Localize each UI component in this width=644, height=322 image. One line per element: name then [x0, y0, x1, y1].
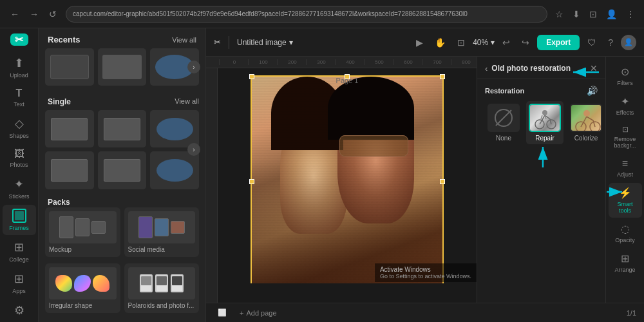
canvas-image	[252, 77, 442, 283]
tool-arrange[interactable]: ⊞ Arrange	[609, 249, 642, 277]
star-icon[interactable]: ☆	[553, 6, 566, 22]
single-view-all[interactable]: View all	[175, 97, 199, 105]
none-icon	[495, 109, 513, 127]
canvas-frame[interactable]	[251, 75, 444, 283]
main-toolbar: ✂ Untitled image ▾ ▶ ✋ ⊡ 40% ▾ ↩ ↪ Expor…	[206, 28, 644, 57]
tool-adjust[interactable]: ≡ Adjust	[609, 154, 642, 182]
play-button[interactable]: ▶	[412, 35, 427, 50]
single-thumb-3[interactable]	[150, 110, 199, 147]
sidebar-item-stickers[interactable]: ✦ Stickers	[3, 173, 36, 204]
image-title[interactable]: Untitled image ▾	[237, 38, 293, 47]
restoration-panel: ‹ Old photo restoration ✕ Restoration 🔊	[477, 57, 605, 303]
restoration-header: ‹ Old photo restoration ✕	[477, 57, 605, 79]
sidebar-item-label-shapes: Shapes	[9, 133, 29, 139]
handle-right-mid[interactable]	[440, 179, 445, 184]
sidebar-item-upload[interactable]: ⬆ Upload	[3, 52, 36, 82]
sidebar-item-label-upload: Upload	[10, 72, 28, 79]
tool-opacity[interactable]: ◌ Opacity	[609, 219, 642, 247]
help-icon[interactable]: ?	[604, 35, 617, 50]
filters-label: Filters	[617, 80, 633, 86]
browser-topbar: ← → ↺ capcut.com/editor-graphic/abd501f5…	[0, 0, 644, 28]
bottom-right: 1/1	[627, 309, 636, 317]
tool-smart-tools[interactable]: ⚡ Smart tools	[609, 183, 642, 218]
tool-filters[interactable]: ⊙ Filters	[609, 62, 642, 90]
sidebar-item-settings[interactable]: ⚙	[3, 299, 36, 321]
zoom-value: 40%	[473, 38, 488, 47]
arrange-label: Arrange	[614, 267, 635, 273]
adjust-label: Adjust	[617, 171, 633, 178]
restoration-option-none[interactable]: None	[485, 101, 522, 144]
undo-button[interactable]: ↩	[498, 35, 514, 50]
redo-button[interactable]: ↪	[518, 35, 533, 50]
download-icon[interactable]: ⬇	[570, 6, 583, 22]
single-thumb-2[interactable]	[98, 110, 147, 147]
menu-icon[interactable]: ⋮	[623, 6, 638, 22]
handle-left-mid[interactable]	[249, 179, 254, 184]
pack-social-media[interactable]: Social media	[124, 207, 200, 257]
recents-grid: ›	[45, 48, 199, 86]
pack-mockup[interactable]: Mockup	[45, 207, 120, 257]
extra-packs-grid: Irregular shape Polaroids a	[45, 263, 199, 313]
single-thumb-6[interactable]	[150, 151, 199, 189]
canvas-page-wrapper: Page 1 ⊠ ⊞ ⊡ •••	[251, 68, 444, 283]
volume-icon[interactable]: 🔊	[587, 86, 598, 96]
page-count: 1/1	[627, 309, 636, 317]
svg-point-2	[542, 110, 547, 115]
colorize-label: Colorize	[574, 135, 598, 142]
sidebar-item-label-frames: Frames	[9, 225, 29, 231]
single-section: Single View all	[39, 92, 205, 195]
shapes-icon: ◇	[15, 117, 24, 131]
select-tool-button[interactable]: ⊡	[453, 35, 469, 50]
back-button[interactable]: ←	[6, 6, 23, 22]
panel-back-button[interactable]: ‹	[485, 64, 488, 73]
frames-panel: Recents View all › Single View all	[39, 28, 206, 322]
add-icon: +	[240, 309, 243, 317]
sidebar-item-photos[interactable]: 🖼 Photos	[3, 144, 36, 172]
irregular-thumb	[49, 267, 117, 299]
sidebar-item-text[interactable]: T Text	[3, 84, 36, 111]
sidebar-item-label-apps: Apps	[12, 288, 26, 294]
pack-irregular[interactable]: Irregular shape	[45, 263, 120, 313]
single-thumb-1[interactable]	[45, 110, 94, 147]
sidebar-item-label-college: College	[9, 256, 29, 263]
export-button[interactable]: Export	[537, 35, 580, 50]
remove-bg-label: Remove backgr...	[611, 136, 639, 149]
tool-effects[interactable]: ✦ Effects	[609, 91, 642, 120]
ruler-marks: 0 100 200 300 400 500 600 700 800 900 10…	[206, 59, 477, 65]
recent-thumb-2[interactable]	[98, 48, 147, 86]
repair-thumb	[529, 104, 561, 132]
hand-tool-button[interactable]: ✋	[431, 35, 450, 50]
window-icon[interactable]: ⊡	[587, 6, 600, 22]
pack-polaroid[interactable]: Polaroids and photo f...	[124, 263, 200, 313]
page-icon-button[interactable]: ⬜	[214, 307, 231, 318]
sidebar-item-college[interactable]: ⊞ College	[3, 236, 36, 267]
single-scroll-arrow[interactable]: ›	[187, 143, 200, 156]
sidebar-item-frames[interactable]: Frames	[3, 205, 36, 235]
forward-button[interactable]: →	[26, 6, 43, 22]
app-logo: ✂	[10, 33, 28, 46]
refresh-button[interactable]: ↺	[45, 6, 61, 22]
user-avatar[interactable]: 👤	[621, 35, 636, 50]
tool-remove-bg[interactable]: ⊡ Remove backgr...	[609, 121, 642, 153]
single-thumb-5[interactable]	[98, 151, 147, 189]
zoom-control[interactable]: 40% ▾	[473, 38, 495, 47]
section-label-text: Restoration	[485, 87, 524, 95]
restoration-option-colorize[interactable]: Colorize	[567, 101, 605, 144]
url-bar[interactable]: capcut.com/editor-graphic/abd501f502074b…	[66, 6, 547, 23]
recents-title: Recents	[48, 35, 80, 44]
sidebar-item-apps[interactable]: ⊞ Apps	[3, 268, 36, 298]
effects-icon: ✦	[621, 95, 629, 108]
profile-icon[interactable]: 👤	[603, 6, 620, 22]
capcut-home-icon[interactable]: ✂	[214, 37, 221, 47]
single-thumb-4[interactable]	[45, 151, 94, 189]
recent-thumb-1[interactable]	[45, 48, 94, 86]
add-page-button[interactable]: + Add page	[236, 308, 281, 318]
recents-scroll-arrow[interactable]: ›	[187, 61, 200, 73]
restoration-option-repair[interactable]: Repair	[526, 101, 564, 144]
panel-close-button[interactable]: ✕	[590, 63, 598, 73]
sidebar-item-label-stickers: Stickers	[8, 193, 29, 200]
shield-icon[interactable]: 🛡	[583, 35, 600, 50]
recents-view-all[interactable]: View all	[172, 36, 196, 44]
sidebar-item-shapes[interactable]: ◇ Shapes	[3, 113, 36, 143]
canvas-container[interactable]: 0 100 200 300 400 500 600 700 800 900 10…	[206, 57, 477, 303]
